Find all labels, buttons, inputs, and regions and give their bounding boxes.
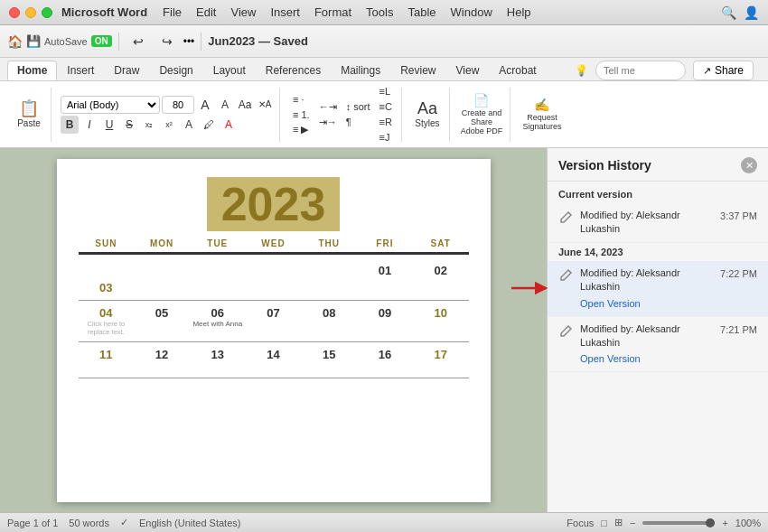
multilevel-list-button[interactable]: ≡ ▶ xyxy=(289,123,314,137)
home-icon[interactable]: 🏠 xyxy=(7,34,23,49)
align-buttons: ≡L ≡C ≡R ≡J xyxy=(376,84,396,145)
toolbar-divider xyxy=(118,33,119,51)
tab-home[interactable]: Home xyxy=(7,61,57,80)
tab-design[interactable]: Design xyxy=(149,61,202,80)
font-color-button[interactable]: A xyxy=(180,116,198,134)
search-icon[interactable]: 🔍 xyxy=(721,5,736,20)
save-icon[interactable]: 💾 xyxy=(26,34,41,48)
styles-button[interactable]: Aa Styles xyxy=(411,91,444,138)
bold-button[interactable]: B xyxy=(61,116,79,134)
font-row-1: Arial (Body) A A Aa ✕A xyxy=(61,96,274,114)
close-version-panel-button[interactable]: ✕ xyxy=(741,157,757,173)
day-header-mon: MON xyxy=(134,238,190,248)
open-version-link-v3[interactable]: Open Version xyxy=(580,353,641,364)
tab-references[interactable]: References xyxy=(256,61,331,80)
ribbon-group-font: Arial (Body) A A Aa ✕A B I U S x₂ x² A � xyxy=(55,88,280,142)
web-layout-icon[interactable]: ⊞ xyxy=(614,517,623,528)
cal-day-empty-2 xyxy=(134,262,190,279)
tab-acrobat[interactable]: Acrobat xyxy=(489,61,546,80)
day-number-07: 07 xyxy=(267,306,279,320)
strikethrough-button[interactable]: S xyxy=(120,116,138,134)
font-row-2: B I U S x₂ x² A 🖊 A xyxy=(61,116,274,134)
toolbar-divider-2 xyxy=(201,33,201,51)
zoom-slider-thumb xyxy=(706,518,715,527)
text-color-button[interactable]: A xyxy=(220,116,238,134)
align-center-button[interactable]: ≡C xyxy=(376,99,396,114)
menu-table[interactable]: Table xyxy=(401,4,442,21)
font-family-select[interactable]: Arial (Body) xyxy=(61,96,160,114)
print-layout-icon[interactable]: □ xyxy=(601,518,607,528)
align-right-button[interactable]: ≡R xyxy=(376,115,396,129)
align-left-button[interactable]: ≡L xyxy=(376,84,396,98)
decrease-font-button[interactable]: A xyxy=(216,96,234,114)
menu-format[interactable]: Format xyxy=(308,4,358,21)
year-text: 2023 xyxy=(221,181,326,228)
menu-help[interactable]: Help xyxy=(501,4,538,21)
tab-view[interactable]: View xyxy=(446,61,490,80)
day-number-16: 16 xyxy=(379,348,391,361)
subscript-button[interactable]: x₂ xyxy=(140,116,158,134)
zoom-out-button[interactable]: − xyxy=(630,518,635,528)
menu-window[interactable]: Window xyxy=(445,4,499,21)
tab-mailings[interactable]: Mailings xyxy=(331,61,390,80)
zoom-slider[interactable] xyxy=(642,521,715,525)
proofing-icon[interactable]: ✓ xyxy=(120,517,128,528)
tab-layout[interactable]: Layout xyxy=(203,61,256,80)
cal-day-10: 10 xyxy=(413,304,469,338)
cal-day-03: 03 xyxy=(79,279,135,296)
zoom-in-button[interactable]: + xyxy=(722,518,727,528)
undo-button[interactable]: ↩ xyxy=(126,30,151,53)
decrease-indent-button[interactable]: ←⇥ xyxy=(315,99,341,114)
justify-button[interactable]: ≡J xyxy=(376,130,396,145)
minimize-window-button[interactable] xyxy=(25,7,36,18)
create-share-pdf-button[interactable]: 📄 Create and Share Adobe PDF xyxy=(459,91,504,138)
increase-indent-button[interactable]: ⇥→ xyxy=(315,115,341,129)
ribbon-group-pdf: 📄 Create and Share Adobe PDF xyxy=(454,88,510,142)
ribbon-group-paste: 📋 Paste xyxy=(7,88,52,142)
day-number-05: 05 xyxy=(155,306,168,320)
page-info: Page 1 of 1 xyxy=(7,518,58,528)
tab-insert[interactable]: Insert xyxy=(57,61,104,80)
close-window-button[interactable] xyxy=(9,7,20,18)
focus-button[interactable]: Focus xyxy=(567,518,594,528)
profile-icon[interactable]: 👤 xyxy=(744,5,759,20)
day-number-12: 12 xyxy=(155,348,168,361)
edit-icon-1 xyxy=(558,210,573,225)
share-button[interactable]: ↗ Share xyxy=(693,61,754,80)
clear-format-button[interactable]: ✕A xyxy=(256,96,274,114)
open-version-link-v2[interactable]: Open Version xyxy=(580,298,641,309)
tell-me-input[interactable] xyxy=(595,61,686,80)
traffic-lights xyxy=(9,7,52,18)
request-signatures-button[interactable]: ✍️ Request Signatures xyxy=(520,91,565,138)
day-number-02: 02 xyxy=(434,264,446,277)
bullet-list-button[interactable]: ≡ · xyxy=(289,92,314,107)
italic-button[interactable]: I xyxy=(80,116,98,134)
font-case-button[interactable]: Aa xyxy=(236,96,254,114)
version-item-v2: Modified by: Aleksandr Lukashin Open Ver… xyxy=(548,261,768,317)
font-size-input[interactable] xyxy=(162,96,194,114)
cal-day-14: 14 xyxy=(246,346,302,374)
highlight-button[interactable]: 🖊 xyxy=(200,116,218,134)
maximize-window-button[interactable] xyxy=(42,7,52,18)
numbered-list-button[interactable]: ≡ 1. xyxy=(289,107,314,122)
menu-insert[interactable]: Insert xyxy=(264,4,306,21)
tab-review[interactable]: Review xyxy=(390,61,445,80)
version-info-v3: Modified by: Aleksandr Lukashin Open Ver… xyxy=(580,322,713,367)
version-by-current: Modified by: Aleksandr Lukashin xyxy=(580,209,713,237)
cal-day-16: 16 xyxy=(357,346,413,374)
sort-button[interactable]: ↕ sort xyxy=(342,99,374,114)
menu-view[interactable]: View xyxy=(224,4,262,21)
menu-edit[interactable]: Edit xyxy=(190,4,222,21)
menu-tools[interactable]: Tools xyxy=(360,4,399,21)
more-options-icon[interactable]: ••• xyxy=(183,35,195,48)
increase-font-button[interactable]: A xyxy=(196,96,214,114)
paste-button[interactable]: 📋 Paste xyxy=(13,91,45,138)
show-marks-button[interactable]: ¶ xyxy=(342,115,374,129)
paste-icon: 📋 xyxy=(19,100,39,117)
cal-day-04: 04 Click here toreplace text. xyxy=(79,304,135,338)
menu-file[interactable]: File xyxy=(156,4,188,21)
underline-button[interactable]: U xyxy=(100,116,118,134)
redo-button[interactable]: ↪ xyxy=(155,30,180,53)
superscript-button[interactable]: x² xyxy=(160,116,178,134)
tab-draw[interactable]: Draw xyxy=(104,61,149,80)
